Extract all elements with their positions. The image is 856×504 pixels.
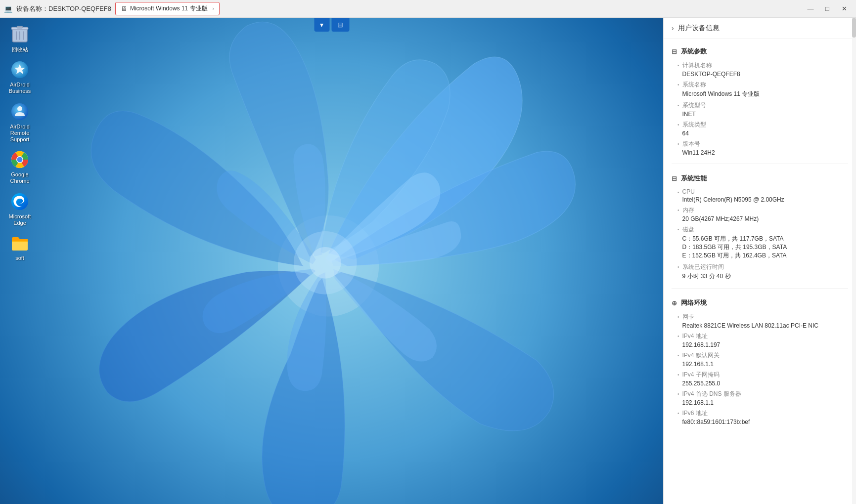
- system-params-title: ⊟ 系统参数: [672, 43, 848, 60]
- uptime-item: • 系统已运行时间 9 小时 33 分 40 秒: [672, 261, 848, 282]
- panel-header: › 用户设备信息: [664, 18, 856, 39]
- divider-1: [672, 164, 848, 164]
- gateway-item: • IPv4 默认网关 192.168.1.1: [672, 350, 848, 369]
- tab-label: Microsoft Windows 11 专业版: [130, 4, 208, 13]
- dropdown-button[interactable]: ▾: [314, 18, 329, 32]
- cpu-item: • CPU Intel(R) Celeron(R) N5095 @ 2.00GH…: [672, 187, 848, 205]
- system-model-item: • 系统型号 INET: [672, 100, 848, 119]
- desktop-icon-recycle-bin[interactable]: 回收站: [2, 23, 38, 55]
- chrome-icon: [10, 150, 30, 169]
- desktop-icons: 回收站 AirDroid B: [0, 18, 40, 504]
- screen-button[interactable]: ⊟: [331, 18, 349, 32]
- right-panel: › 用户设备信息 ⊟ 系统参数 • 计算机名称 DESKTOP-QEQFEF8 …: [663, 18, 856, 504]
- recycle-bin-label: 回收站: [12, 46, 28, 53]
- desktop-area[interactable]: ▾ ⊟ 回收站: [0, 18, 663, 504]
- subnet-item: • IPv4 子网掩码 255.255.255.0: [672, 369, 848, 388]
- panel-title: 用户设备信息: [678, 24, 720, 33]
- desktop-icon-soft[interactable]: soft: [2, 231, 38, 263]
- window-controls: — □ ✕: [803, 1, 852, 17]
- computer-name-item: • 计算机名称 DESKTOP-QEQFEF8: [672, 60, 848, 79]
- svg-point-16: [17, 157, 23, 163]
- airdroid-remote-label: AirDroid Remote Support: [4, 124, 36, 143]
- desktop-icon-airdroid-business[interactable]: AirDroid Business: [2, 58, 38, 96]
- version-item: • 版本号 Win11 24H2: [672, 138, 848, 158]
- svg-rect-18: [12, 241, 28, 242]
- divider-2: [672, 288, 848, 289]
- disk-item: • 磁盘 C：55.6GB 可用，共 117.7GB，SATA D：183.5G…: [672, 224, 848, 261]
- memory-item: • 内存 20 GB(4267 MHz;4267 MHz): [672, 205, 848, 224]
- svg-point-12: [17, 106, 22, 111]
- svg-rect-6: [17, 26, 23, 28]
- system-params-icon: ⊟: [672, 48, 677, 55]
- main-area: ▾ ⊟ 回收站: [0, 18, 856, 504]
- network-title: ⊕ 网络环境: [672, 294, 848, 311]
- device-name: 设备名称：DESKTOP-QEQFEF8: [16, 4, 111, 13]
- monitor-icon: 🖥: [121, 5, 127, 12]
- edge-label: Microsoft Edge: [4, 213, 36, 226]
- system-performance-icon: ⊟: [672, 175, 677, 182]
- chrome-label: Google Chrome: [4, 171, 36, 184]
- panel-chevron-icon: ›: [672, 24, 674, 32]
- airdroid-business-label: AirDroid Business: [4, 82, 36, 94]
- system-params-section: ⊟ 系统参数 • 计算机名称 DESKTOP-QEQFEF8 • 系统名称 Mi…: [664, 39, 856, 162]
- ipv4-item: • IPv4 地址 192.168.1.197: [672, 331, 848, 350]
- minimize-button[interactable]: —: [803, 1, 818, 17]
- title-bar: 💻 设备名称：DESKTOP-QEQFEF8 🖥 Microsoft Windo…: [0, 0, 856, 18]
- network-section: ⊕ 网络环境 • 网卡 Realtek 8821CE Wireless LAN …: [664, 291, 856, 431]
- system-name-item: • 系统名称 Microsoft Windows 11 专业版: [672, 79, 848, 100]
- scrollbar-thumb[interactable]: [852, 18, 856, 38]
- svg-point-11: [11, 103, 28, 120]
- device-icon: 💻: [4, 5, 12, 13]
- scrollbar-track[interactable]: [852, 18, 856, 504]
- desktop-icon-chrome[interactable]: Google Chrome: [2, 148, 38, 186]
- svg-point-3: [310, 247, 341, 279]
- edge-icon: [10, 192, 30, 211]
- soft-label: soft: [15, 255, 24, 261]
- dns-item: • IPv4 首选 DNS 服务器 192.168.1.1: [672, 388, 848, 408]
- desktop-icon-airdroid-remote[interactable]: AirDroid Remote Support: [2, 100, 38, 145]
- network-icon: ⊕: [672, 299, 677, 307]
- system-performance-section: ⊟ 系统性能 • CPU Intel(R) Celeron(R) N5095 @…: [664, 166, 856, 286]
- system-performance-title: ⊟ 系统性能: [672, 170, 848, 187]
- soft-folder-icon: [10, 233, 30, 253]
- title-bar-left: 💻 设备名称：DESKTOP-QEQFEF8 🖥 Microsoft Windo…: [4, 2, 803, 15]
- close-button[interactable]: ✕: [836, 1, 852, 17]
- recycle-bin-icon: [10, 25, 30, 44]
- nic-item: • 网卡 Realtek 8821CE Wireless LAN 802.11a…: [672, 311, 848, 331]
- airdroid-business-icon: [10, 60, 30, 80]
- desktop-icon-edge[interactable]: Microsoft Edge: [2, 190, 38, 228]
- system-type-item: • 系统类型 64: [672, 119, 848, 138]
- airdroid-remote-icon: [10, 102, 30, 122]
- maximize-button[interactable]: □: [819, 1, 835, 17]
- tab-arrow-icon: ›: [213, 6, 214, 11]
- remote-control-bar: ▾ ⊟: [314, 18, 349, 32]
- ipv6-item: • IPv6 地址 fe80::8a59:1601:173b:bef: [672, 408, 848, 427]
- windows-tab[interactable]: 🖥 Microsoft Windows 11 专业版 ›: [115, 2, 220, 15]
